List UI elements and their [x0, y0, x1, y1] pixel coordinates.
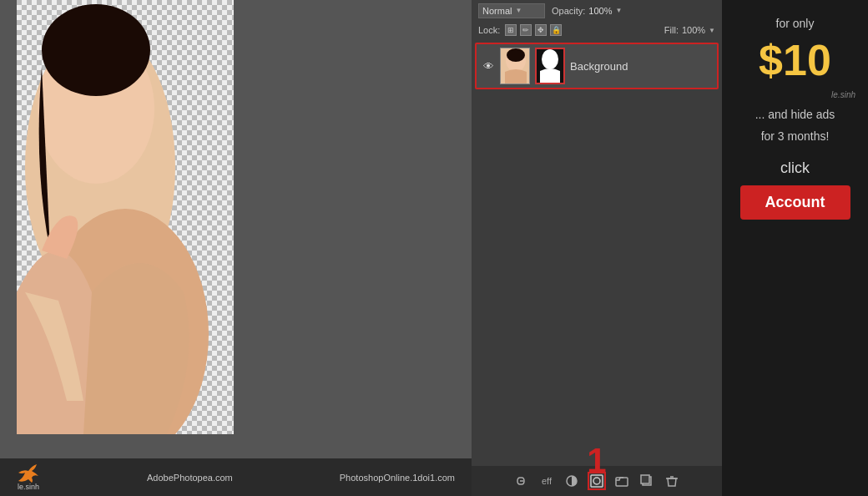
- lock-transparent-icon[interactable]: ⊞: [505, 24, 517, 36]
- fill-label: Fill:: [664, 25, 679, 35]
- svg-point-15: [542, 49, 558, 69]
- svg-rect-21: [641, 475, 649, 483]
- blend-mode-arrow-icon: ▼: [515, 7, 522, 14]
- layer-thumb-svg: [501, 48, 530, 84]
- opacity-control: Opacity: 100% ▼: [552, 6, 622, 16]
- step-number-indicator: 1: [587, 441, 606, 481]
- bird-logo-icon: [17, 464, 40, 483]
- layer-visibility-toggle[interactable]: 👁: [482, 59, 495, 73]
- fill-arrow-icon: ▼: [709, 27, 715, 34]
- bottom-url-left: AdobePhotopea.com: [147, 473, 233, 483]
- layers-lock-row: Lock: ⊞ ✏ ✥ 🔒 Fill: 100% ▼: [472, 21, 722, 39]
- mask-thumb-svg: [537, 49, 563, 83]
- ad-watermark: le.sinh: [734, 90, 855, 99]
- bottom-url-right: PhotoshopOnline.1doi1.com: [340, 473, 455, 483]
- layer-color-thumbnail: [500, 48, 530, 84]
- blend-mode-value: Normal: [482, 6, 512, 16]
- eye-icon: 👁: [483, 60, 494, 73]
- delete-layer-icon[interactable]: [663, 472, 681, 490]
- ad-click-label: click: [780, 159, 810, 177]
- lock-paint-icon[interactable]: ✏: [520, 24, 532, 36]
- ad-line2: ... and hide ads: [755, 108, 835, 121]
- fx-icon[interactable]: eff: [537, 472, 556, 490]
- layers-panel: Normal ▼ Opacity: 100% ▼ Lock: ⊞ ✏ ✥ 🔒 F…: [472, 0, 722, 496]
- mask-circle-icon[interactable]: [563, 472, 581, 490]
- ad-panel: for only $10 le.sinh ... and hide ads fo…: [722, 0, 868, 496]
- canvas-bottom-bar: le.sinh AdobePhotopea.com PhotoshopOnlin…: [0, 458, 472, 496]
- canvas-svg: [17, 0, 234, 434]
- lock-all-icon[interactable]: 🔒: [550, 24, 562, 36]
- new-layer-icon[interactable]: [638, 472, 656, 490]
- ad-line3: for 3 months!: [761, 129, 830, 143]
- ad-line1: for only: [776, 17, 815, 30]
- layer-row-background[interactable]: 👁 Background: [475, 43, 719, 89]
- layers-header: Normal ▼ Opacity: 100% ▼: [472, 0, 722, 21]
- link-layers-icon[interactable]: [512, 472, 531, 490]
- svg-point-10: [42, 4, 150, 96]
- fill-control: Fill: 100% ▼: [664, 25, 715, 35]
- svg-rect-19: [616, 478, 628, 486]
- logo-text-small: le.sinh: [18, 483, 39, 491]
- lock-label: Lock:: [478, 25, 500, 35]
- opacity-label: Opacity:: [552, 6, 585, 16]
- layer-mask-thumbnail: [535, 48, 565, 84]
- svg-point-13: [507, 48, 525, 62]
- layers-bottom-bar: 1 eff: [472, 466, 722, 496]
- layer-name: Background: [570, 60, 712, 73]
- ad-account-button[interactable]: Account: [740, 185, 850, 220]
- canvas-image: [17, 0, 234, 434]
- ad-price: $10: [759, 38, 831, 82]
- new-group-icon[interactable]: [613, 472, 631, 490]
- fill-value: 100%: [682, 25, 705, 35]
- lock-icons: ⊞ ✏ ✥ 🔒: [505, 24, 562, 36]
- canvas-area: le.sinh AdobePhotopea.com PhotoshopOnlin…: [0, 0, 472, 496]
- opacity-value: 100%: [588, 6, 612, 16]
- logo-left: le.sinh: [17, 464, 40, 491]
- blend-mode-select[interactable]: Normal ▼: [478, 3, 545, 18]
- opacity-arrow-icon: ▼: [616, 7, 623, 14]
- layers-content: 👁 Background: [472, 39, 722, 466]
- fx-label: eff: [542, 476, 552, 486]
- lock-move-icon[interactable]: ✥: [535, 24, 547, 36]
